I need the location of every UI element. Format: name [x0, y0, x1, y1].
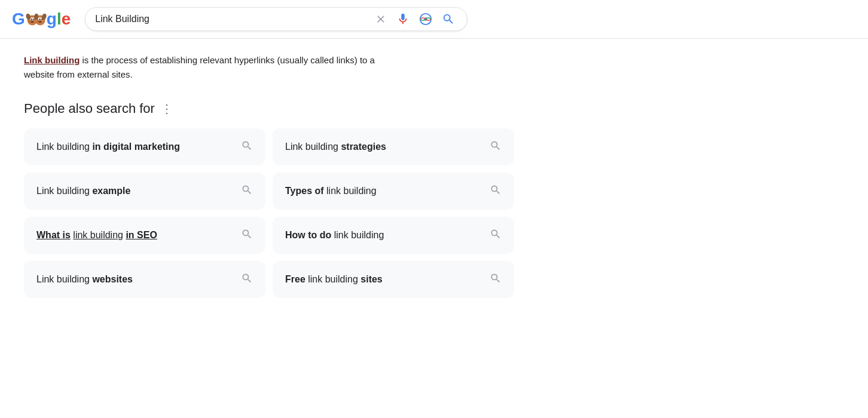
logo-g2: g	[47, 10, 57, 29]
card-free-sites[interactable]: Free link building sites	[273, 261, 514, 298]
card-label-how-to: How to do link building	[285, 230, 384, 241]
card-search-icon	[241, 272, 253, 287]
card-search-icon	[490, 272, 502, 287]
card-example[interactable]: Link building example	[24, 173, 265, 210]
card-label-websites: Link building websites	[36, 274, 133, 285]
svg-point-8	[39, 19, 40, 20]
search-bar	[85, 7, 467, 31]
card-strategies[interactable]: Link building strategies	[273, 128, 514, 165]
svg-point-16	[37, 20, 39, 23]
search-input[interactable]	[95, 14, 368, 24]
definition-bold: Link building	[24, 55, 80, 65]
svg-point-10	[30, 21, 33, 23]
card-search-icon	[490, 184, 502, 198]
card-search-icon	[490, 228, 502, 242]
card-search-icon	[241, 140, 253, 154]
lens-search-button[interactable]	[417, 13, 435, 26]
search-submit-button[interactable]	[439, 13, 457, 26]
header: G	[0, 0, 868, 39]
google-logo[interactable]: G	[12, 10, 71, 29]
card-label-free-sites: Free link building sites	[285, 274, 383, 285]
clear-button[interactable]	[372, 13, 389, 25]
main-content: Link building is the process of establis…	[0, 39, 538, 312]
section-title-text: People also search for	[24, 101, 155, 116]
logo-e: e	[62, 10, 71, 29]
card-how-to[interactable]: How to do link building	[273, 217, 514, 254]
card-label-types: Types of link building	[285, 186, 377, 196]
related-searches-grid: Link building in digital marketing Link …	[24, 128, 514, 298]
card-search-icon	[490, 140, 502, 154]
card-websites[interactable]: Link building websites	[24, 261, 265, 298]
card-search-icon	[241, 228, 253, 242]
voice-search-button[interactable]	[394, 13, 412, 26]
people-also-search-title: People also search for ⋮	[24, 101, 514, 116]
logo-l: l	[57, 10, 62, 29]
card-label-what-is: What is link building in SEO	[36, 230, 157, 241]
logo-doodle	[25, 11, 47, 30]
card-types[interactable]: Types of link building	[273, 173, 514, 210]
svg-point-6	[30, 19, 32, 20]
more-options-icon[interactable]: ⋮	[161, 102, 173, 116]
card-label-example: Link building example	[36, 186, 130, 196]
card-what-is[interactable]: What is link building in SEO	[24, 217, 265, 254]
svg-point-11	[39, 21, 42, 23]
definition-text: Link building is the process of establis…	[24, 53, 383, 82]
card-label-digital-marketing: Link building in digital marketing	[36, 142, 180, 152]
card-search-icon	[241, 184, 253, 198]
svg-point-15	[29, 20, 31, 23]
logo-g1: G	[12, 10, 25, 29]
svg-point-7	[33, 19, 34, 20]
card-digital-marketing[interactable]: Link building in digital marketing	[24, 128, 265, 165]
card-label-strategies: Link building strategies	[285, 142, 386, 152]
